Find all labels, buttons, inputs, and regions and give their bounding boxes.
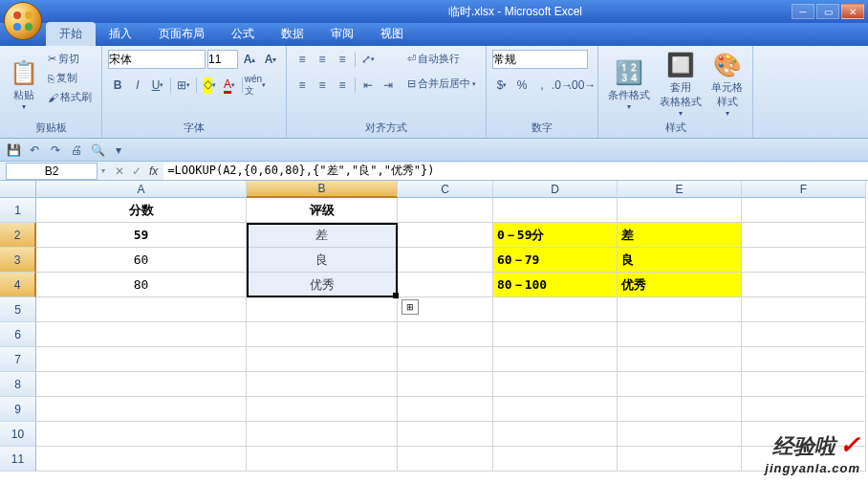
select-all-corner[interactable]	[0, 181, 36, 198]
cell-A11[interactable]	[36, 447, 247, 472]
cell-C8[interactable]	[398, 372, 493, 397]
row-header-10[interactable]: 10	[0, 422, 36, 447]
office-button[interactable]	[4, 2, 42, 40]
cell-C10[interactable]	[398, 422, 493, 447]
cell-C1[interactable]	[398, 198, 493, 223]
font-name-input[interactable]	[108, 50, 206, 69]
orientation-button[interactable]: ⤢▾	[358, 50, 378, 69]
cell-B2[interactable]: 差	[247, 223, 398, 248]
row-header-2[interactable]: 2	[0, 223, 36, 248]
paste-button[interactable]: 📋 粘贴 ▾	[6, 50, 42, 120]
row-header-4[interactable]: 4	[0, 273, 36, 297]
number-format-select[interactable]	[492, 50, 588, 69]
cell-C7[interactable]	[398, 347, 493, 372]
bold-button[interactable]: B	[108, 76, 127, 95]
cell-A7[interactable]	[36, 347, 247, 372]
cell-style-button[interactable]: 🎨单元格 样式▾	[707, 50, 747, 120]
row-header-3[interactable]: 3	[0, 248, 36, 273]
autofill-options-button[interactable]: ⊞	[401, 299, 419, 315]
row-header-8[interactable]: 8	[0, 372, 36, 397]
wrap-text-button[interactable]: ⏎自动换行	[403, 50, 480, 68]
cell-E2[interactable]: 差	[618, 223, 742, 248]
minimize-button[interactable]: ─	[792, 4, 814, 19]
cell-D5[interactable]	[493, 297, 618, 322]
cell-A6[interactable]	[36, 322, 247, 347]
font-color-button[interactable]: A▾	[220, 76, 239, 95]
formula-input[interactable]	[163, 163, 868, 180]
percent-button[interactable]: %	[512, 76, 532, 95]
copy-button[interactable]: ⎘复制	[44, 69, 96, 87]
cell-C4[interactable]	[398, 273, 493, 297]
cell-D8[interactable]	[493, 372, 618, 397]
preview-button[interactable]: 🔍	[88, 141, 107, 160]
col-header-D[interactable]: D	[493, 181, 618, 198]
col-header-E[interactable]: E	[618, 181, 742, 198]
cell-E10[interactable]	[618, 422, 742, 447]
tab-insert[interactable]: 插入	[96, 22, 145, 46]
cell-F8[interactable]	[742, 372, 866, 397]
indent-inc-button[interactable]: ⇥	[379, 76, 398, 95]
align-top-button[interactable]: ≡	[293, 50, 312, 69]
name-box[interactable]	[6, 163, 98, 180]
row-header-6[interactable]: 6	[0, 322, 36, 347]
cell-F4[interactable]	[742, 273, 866, 297]
cell-E8[interactable]	[618, 372, 742, 397]
cell-D7[interactable]	[493, 347, 618, 372]
cell-D4[interactable]: 80－100	[493, 273, 618, 297]
tab-review[interactable]: 审阅	[317, 22, 367, 46]
row-header-1[interactable]: 1	[0, 198, 36, 223]
cell-A3[interactable]: 60	[36, 248, 247, 273]
cell-D2[interactable]: 0－59分	[493, 223, 618, 248]
tab-home[interactable]: 开始	[46, 22, 96, 46]
cell-B4[interactable]: 优秀	[247, 273, 398, 297]
underline-button[interactable]: U▾	[148, 76, 167, 95]
align-bottom-button[interactable]: ≡	[333, 50, 352, 69]
grow-font-button[interactable]: A▴	[240, 50, 259, 69]
shrink-font-button[interactable]: A▾	[261, 50, 280, 69]
col-header-A[interactable]: A	[36, 181, 247, 198]
cell-F9[interactable]	[742, 397, 866, 422]
cut-button[interactable]: ✂剪切	[44, 50, 96, 68]
phonetic-button[interactable]: wén文▾	[246, 76, 265, 95]
cell-C3[interactable]	[398, 248, 493, 273]
comma-button[interactable]: ,	[532, 76, 552, 95]
cell-A5[interactable]	[36, 297, 247, 322]
cell-A8[interactable]	[36, 372, 247, 397]
cell-A2[interactable]: 59	[36, 223, 247, 248]
cell-A1[interactable]: 分数	[36, 198, 247, 223]
cell-C6[interactable]	[398, 322, 493, 347]
row-header-9[interactable]: 9	[0, 397, 36, 422]
indent-dec-button[interactable]: ⇤	[358, 76, 378, 95]
cancel-icon[interactable]: ✕	[109, 165, 130, 178]
cell-B1[interactable]: 评级	[247, 198, 398, 223]
undo-button[interactable]: ↶	[25, 141, 44, 160]
print-button[interactable]: 🖨	[67, 141, 86, 160]
row-header-7[interactable]: 7	[0, 347, 36, 372]
cell-D1[interactable]	[493, 198, 618, 223]
cell-D10[interactable]	[493, 422, 618, 447]
format-painter-button[interactable]: 🖌格式刷	[44, 88, 96, 106]
cond-format-button[interactable]: 🔢条件格式▾	[604, 50, 654, 120]
fx-icon[interactable]: fx	[143, 165, 163, 178]
cell-B11[interactable]	[247, 447, 398, 472]
cell-C11[interactable]	[398, 447, 493, 472]
name-box-dropdown[interactable]: ▾	[98, 166, 109, 175]
merge-button[interactable]: ⊟合并后居中▾	[403, 75, 480, 93]
cell-A9[interactable]	[36, 397, 247, 422]
cell-B10[interactable]	[247, 422, 398, 447]
col-header-B[interactable]: B	[247, 181, 398, 198]
cell-B5[interactable]	[247, 297, 398, 322]
align-right-button[interactable]: ≡	[333, 76, 352, 95]
currency-button[interactable]: $▾	[492, 76, 511, 95]
cell-E4[interactable]: 优秀	[618, 273, 742, 297]
cell-B9[interactable]	[247, 397, 398, 422]
cell-D3[interactable]: 60－79	[493, 248, 618, 273]
cell-F5[interactable]	[742, 297, 866, 322]
cell-B6[interactable]	[247, 322, 398, 347]
fill-color-button[interactable]: ◇▾	[200, 76, 219, 95]
col-header-C[interactable]: C	[398, 181, 493, 198]
cell-B7[interactable]	[247, 347, 398, 372]
cell-E11[interactable]	[618, 447, 742, 472]
cell-C2[interactable]	[398, 223, 493, 248]
cell-E9[interactable]	[618, 397, 742, 422]
